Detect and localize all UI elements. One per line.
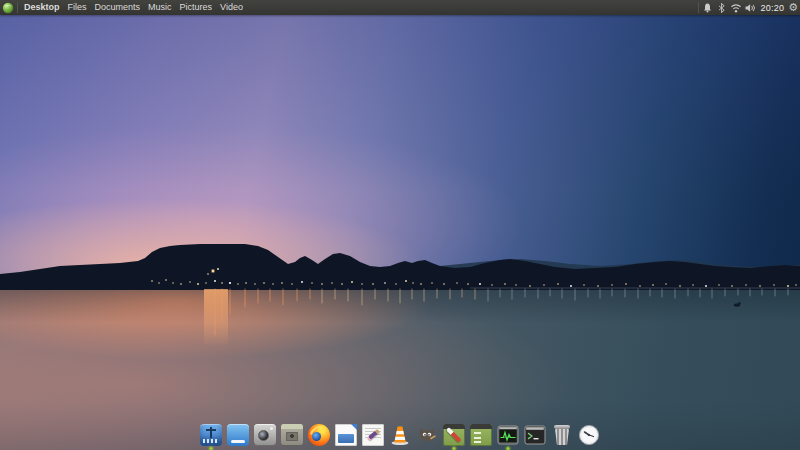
desktop-screen: Desktop Files Documents Music Pictures V… <box>0 0 800 450</box>
trash-icon <box>551 424 573 446</box>
menu-documents[interactable]: Documents <box>91 0 145 15</box>
dock-item-trash[interactable] <box>551 423 573 449</box>
notifications-bell-icon[interactable] <box>701 0 715 15</box>
dock-item-task-list[interactable] <box>470 423 492 449</box>
menu-desktop[interactable]: Desktop <box>20 0 64 15</box>
panel-separator <box>17 2 18 13</box>
menu-pictures[interactable]: Pictures <box>176 0 217 15</box>
system-tray: 20:20 ⚙ <box>696 0 800 15</box>
software-center-icon <box>200 424 222 446</box>
wifi-network-icon[interactable] <box>729 0 743 15</box>
dock-item-camera[interactable] <box>254 423 276 449</box>
distro-logo-icon <box>2 2 14 14</box>
panel-menu-bar: Desktop Files Documents Music Pictures V… <box>0 0 247 15</box>
bird-on-water <box>734 302 741 307</box>
dock-item-libreoffice-writer[interactable] <box>335 423 357 449</box>
dock-item-file-cabinet[interactable] <box>281 423 303 449</box>
dock-item-software-center[interactable] <box>200 423 222 449</box>
gimp-icon <box>416 424 438 446</box>
text-editor-icon <box>362 424 384 446</box>
menu-music[interactable]: Music <box>144 0 176 15</box>
dock-item-text-editor[interactable] <box>362 423 384 449</box>
system-monitor-icon <box>497 424 519 446</box>
gear-icon[interactable]: ⚙ <box>788 0 800 15</box>
dock-item-system-monitor[interactable] <box>497 423 519 449</box>
dock-item-vlc[interactable] <box>389 423 411 449</box>
tray-separator <box>698 2 699 13</box>
camera-icon <box>254 424 276 446</box>
vlc-icon <box>389 424 411 446</box>
terminal-icon <box>524 424 546 446</box>
dock-item-gimp[interactable] <box>416 423 438 449</box>
dock-item-terminal[interactable] <box>524 423 546 449</box>
mountains-silhouette <box>0 244 800 290</box>
dock-item-clock[interactable] <box>578 423 600 449</box>
distro-logo[interactable] <box>0 0 15 15</box>
dock-item-firefox[interactable] <box>308 423 330 449</box>
libreoffice-writer-icon <box>335 424 357 446</box>
settings-tool-icon <box>443 424 465 446</box>
volume-icon[interactable] <box>743 0 757 15</box>
dock-item-desktop[interactable] <box>227 423 249 449</box>
top-panel: Desktop Files Documents Music Pictures V… <box>0 0 800 15</box>
file-cabinet-icon <box>281 424 303 446</box>
dock <box>198 423 602 449</box>
menu-video[interactable]: Video <box>216 0 247 15</box>
task-list-icon <box>470 424 492 446</box>
dock-item-settings-tool[interactable] <box>443 423 465 449</box>
menu-files[interactable]: Files <box>64 0 91 15</box>
wallpaper-scene <box>0 225 800 345</box>
water-reflections <box>204 289 788 345</box>
firefox-icon <box>308 424 330 446</box>
panel-clock[interactable]: 20:20 <box>757 3 789 13</box>
desktop-icon <box>227 424 249 446</box>
bluetooth-icon[interactable] <box>715 0 729 15</box>
clock-icon <box>578 424 600 446</box>
